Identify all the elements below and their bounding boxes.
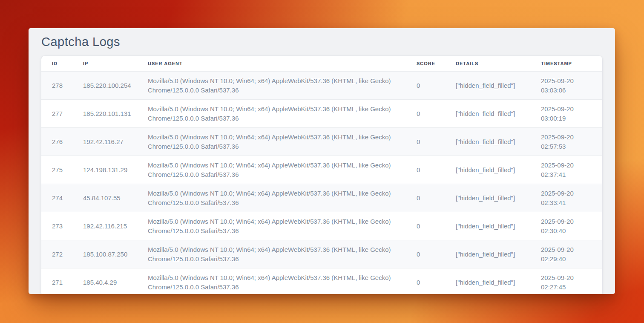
cell-details: ["hidden_field_filled"] (445, 268, 530, 294)
cell-ip: 192.42.116.27 (72, 128, 137, 156)
table-row: 278 185.220.100.254 Mozilla/5.0 (Windows… (41, 72, 602, 100)
cell-details: ["hidden_field_filled"] (445, 240, 530, 268)
logs-table-container: ID IP USER AGENT SCORE DETAILS TIMESTAMP… (41, 56, 602, 294)
cell-score: 0 (406, 240, 445, 268)
table-row: 277 185.220.101.131 Mozilla/5.0 (Windows… (41, 100, 602, 128)
cell-timestamp: 2025-09-20 02:29:40 (530, 240, 602, 268)
cell-details: ["hidden_field_filled"] (445, 156, 530, 184)
cell-user-agent: Mozilla/5.0 (Windows NT 10.0; Win64; x64… (137, 128, 406, 156)
page-background: { "page": { "title": "Captcha Logs" }, "… (0, 0, 644, 323)
cell-id: 276 (41, 128, 72, 156)
cell-id: 277 (41, 100, 72, 128)
cell-ip: 185.220.101.131 (72, 100, 137, 128)
cell-score: 0 (406, 128, 445, 156)
cell-id: 278 (41, 72, 72, 100)
column-header-score: SCORE (406, 56, 445, 72)
cell-details: ["hidden_field_filled"] (445, 128, 530, 156)
cell-id: 273 (41, 212, 72, 240)
column-header-timestamp: TIMESTAMP (530, 56, 602, 72)
cell-id: 274 (41, 184, 72, 212)
cell-user-agent: Mozilla/5.0 (Windows NT 10.0; Win64; x64… (137, 240, 406, 268)
logs-table-body: 278 185.220.100.254 Mozilla/5.0 (Windows… (41, 72, 602, 294)
cell-timestamp: 2025-09-20 03:03:06 (530, 72, 602, 100)
table-row: 272 185.100.87.250 Mozilla/5.0 (Windows … (41, 240, 602, 268)
cell-details: ["hidden_field_filled"] (445, 100, 530, 128)
cell-timestamp: 2025-09-20 02:57:53 (530, 128, 602, 156)
cell-timestamp: 2025-09-20 02:33:41 (530, 184, 602, 212)
cell-timestamp: 2025-09-20 02:27:45 (530, 268, 602, 294)
cell-user-agent: Mozilla/5.0 (Windows NT 10.0; Win64; x64… (137, 184, 406, 212)
table-row: 271 185.40.4.29 Mozilla/5.0 (Windows NT … (41, 268, 602, 294)
captcha-logs-card: Captcha Logs ID IP USER AGENT SCORE DETA… (29, 28, 615, 294)
cell-ip: 185.40.4.29 (72, 268, 137, 294)
cell-score: 0 (406, 268, 445, 294)
cell-details: ["hidden_field_filled"] (445, 212, 530, 240)
cell-score: 0 (406, 212, 445, 240)
cell-timestamp: 2025-09-20 03:00:19 (530, 100, 602, 128)
cell-timestamp: 2025-09-20 02:37:41 (530, 156, 602, 184)
column-header-user-agent: USER AGENT (137, 56, 406, 72)
cell-ip: 124.198.131.29 (72, 156, 137, 184)
table-row: 276 192.42.116.27 Mozilla/5.0 (Windows N… (41, 128, 602, 156)
cell-id: 272 (41, 240, 72, 268)
cell-score: 0 (406, 72, 445, 100)
page-title: Captcha Logs (41, 35, 602, 48)
column-header-id: ID (41, 56, 72, 72)
cell-user-agent: Mozilla/5.0 (Windows NT 10.0; Win64; x64… (137, 72, 406, 100)
cell-score: 0 (406, 184, 445, 212)
column-header-ip: IP (72, 56, 137, 72)
cell-id: 271 (41, 268, 72, 294)
cell-ip: 45.84.107.55 (72, 184, 137, 212)
cell-score: 0 (406, 156, 445, 184)
cell-user-agent: Mozilla/5.0 (Windows NT 10.0; Win64; x64… (137, 156, 406, 184)
logs-table: ID IP USER AGENT SCORE DETAILS TIMESTAMP… (41, 56, 602, 294)
cell-user-agent: Mozilla/5.0 (Windows NT 10.0; Win64; x64… (137, 100, 406, 128)
cell-ip: 185.100.87.250 (72, 240, 137, 268)
cell-user-agent: Mozilla/5.0 (Windows NT 10.0; Win64; x64… (137, 268, 406, 294)
cell-details: ["hidden_field_filled"] (445, 72, 530, 100)
cell-user-agent: Mozilla/5.0 (Windows NT 10.0; Win64; x64… (137, 212, 406, 240)
cell-score: 0 (406, 100, 445, 128)
cell-ip: 185.220.100.254 (72, 72, 137, 100)
cell-details: ["hidden_field_filled"] (445, 184, 530, 212)
cell-id: 275 (41, 156, 72, 184)
table-row: 275 124.198.131.29 Mozilla/5.0 (Windows … (41, 156, 602, 184)
cell-timestamp: 2025-09-20 02:30:40 (530, 212, 602, 240)
table-row: 274 45.84.107.55 Mozilla/5.0 (Windows NT… (41, 184, 602, 212)
column-header-details: DETAILS (445, 56, 530, 72)
cell-ip: 192.42.116.215 (72, 212, 137, 240)
table-row: 273 192.42.116.215 Mozilla/5.0 (Windows … (41, 212, 602, 240)
table-header-row: ID IP USER AGENT SCORE DETAILS TIMESTAMP (41, 56, 602, 72)
